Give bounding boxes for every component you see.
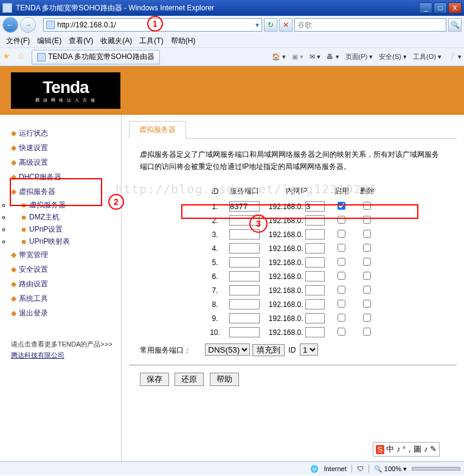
enable-checkbox[interactable] [338, 286, 345, 294]
restore-button[interactable]: 还原 [175, 373, 204, 386]
nav-back-button[interactable]: ← [2, 17, 18, 33]
menu-edit[interactable]: 编辑(E) [33, 35, 65, 47]
feeds-button[interactable]: ▣ ▾ [292, 53, 303, 61]
favorites-icon[interactable]: ★ [2, 51, 15, 63]
enable-checkbox[interactable] [338, 230, 345, 238]
enable-checkbox[interactable] [338, 300, 345, 308]
port-input[interactable] [229, 257, 260, 267]
sidebar-item[interactable]: 运行状态 [19, 129, 48, 137]
stop-button[interactable]: ✕ [279, 18, 293, 32]
help-button[interactable]: 帮助 [210, 373, 239, 386]
ip-input[interactable] [305, 229, 325, 240]
port-input[interactable] [229, 285, 260, 295]
th-id: ID [206, 184, 224, 199]
mail-button[interactable]: ✉ ▾ [310, 53, 320, 61]
sidebar-item[interactable]: 安全设置 [19, 265, 48, 274]
close-button[interactable]: X [448, 2, 462, 13]
browser-tab[interactable]: TENDA 多功能宽带SOHO路由器 [32, 50, 160, 64]
delete-checkbox[interactable] [363, 300, 371, 308]
delete-checkbox[interactable] [363, 244, 371, 252]
nav-forward-button[interactable]: → [20, 17, 36, 33]
port-input[interactable] [229, 327, 260, 337]
window-titlebar: TENDA 多功能宽带SOHO路由器 - Windows Internet Ex… [0, 0, 464, 16]
zoom-slider[interactable] [412, 467, 460, 471]
sidebar-subitem[interactable]: UPnP映射表 [29, 237, 70, 246]
page-button[interactable]: 页面(P) ▾ [345, 52, 373, 61]
tools-button[interactable]: 工具(O) ▾ [413, 52, 441, 61]
ip-input[interactable] [305, 313, 325, 323]
favorites-bar-icon[interactable]: ☆ [17, 51, 29, 63]
help-button[interactable]: ❔ ▾ [448, 53, 462, 61]
menu-fav[interactable]: 收藏夹(A) [97, 35, 136, 47]
delete-checkbox[interactable] [363, 314, 371, 322]
ip-input[interactable] [305, 299, 325, 309]
enable-checkbox[interactable] [338, 272, 345, 280]
ime-toolbar[interactable]: S中 ♪ °，圖 ♪ ✎ [373, 442, 440, 457]
enable-checkbox[interactable] [338, 258, 345, 266]
enable-checkbox[interactable] [338, 328, 345, 336]
search-input[interactable] [297, 21, 443, 29]
zone-label: Internet [324, 465, 346, 472]
menu-tools[interactable]: 工具(T) [136, 35, 167, 47]
ip-input[interactable] [305, 243, 325, 254]
ip-input[interactable] [305, 285, 325, 295]
search-button[interactable]: 🔍 [448, 18, 462, 32]
ip-input[interactable] [305, 271, 325, 281]
delete-checkbox[interactable] [363, 272, 371, 280]
common-service-row: 常用服务端口： DNS(53) 填充到 ID 1 [129, 340, 457, 360]
ip-input[interactable] [305, 327, 325, 337]
refresh-button[interactable]: ↻ [264, 18, 277, 32]
table-row: 6.192.168.0. [206, 270, 379, 283]
sidebar: ◆运行状态◆快速设置◆高级设置◆DHCP服务器◆虚拟服务器虚拟服务器DMZ主机U… [0, 115, 122, 461]
table-row: 7.192.168.0. [206, 284, 379, 297]
sidebar-item[interactable]: 系统工具 [19, 294, 48, 303]
sidebar-item[interactable]: 退出登录 [19, 309, 48, 317]
home-button[interactable]: 🏠 ▾ [272, 53, 286, 61]
url-input[interactable] [57, 21, 255, 29]
id-select[interactable]: 1 [300, 343, 318, 356]
page-content: Tenda 腾 达 网 络 让 人 方 便 ◆运行状态◆快速设置◆高级设置◆DH… [0, 66, 464, 461]
sidebar-item[interactable]: 高级设置 [19, 158, 48, 167]
company-link[interactable]: 腾达科技有限公司 [11, 351, 64, 359]
sidebar-subitem[interactable]: UPnP设置 [29, 225, 63, 233]
print-button[interactable]: 🖶 ▾ [327, 53, 339, 61]
save-button[interactable]: 保存 [140, 373, 169, 386]
delete-checkbox[interactable] [363, 286, 371, 294]
sidebar-item[interactable]: 快速设置 [19, 143, 48, 152]
menu-help[interactable]: 帮助(H) [167, 35, 199, 47]
delete-checkbox[interactable] [363, 258, 371, 266]
sidebar-item[interactable]: 路由设置 [19, 280, 48, 288]
sidebar-subitem[interactable]: DMZ主机 [29, 213, 60, 221]
table-row: 8.192.168.0. [206, 298, 379, 311]
zoom-label[interactable]: 🔍 100% ▾ [374, 465, 407, 473]
table-row: 9.192.168.0. [206, 312, 379, 325]
port-input[interactable] [229, 271, 260, 281]
status-bar: 🌐 Internet 🛡 🔍 100% ▾ [0, 461, 464, 475]
dropdown-icon[interactable]: ▾ [255, 21, 259, 29]
address-bar[interactable]: ▾ [43, 18, 262, 32]
enable-checkbox[interactable] [338, 244, 345, 252]
port-input[interactable] [229, 313, 260, 323]
protected-mode-icon: 🛡 [357, 465, 364, 472]
minimize-button[interactable]: _ [419, 2, 432, 13]
port-input[interactable] [229, 229, 260, 240]
content-tab-active[interactable]: 虚拟服务器 [129, 121, 186, 139]
maximize-button[interactable]: □ [434, 2, 447, 13]
content-tabs: 虚拟服务器 [129, 121, 457, 139]
delete-checkbox[interactable] [363, 328, 371, 336]
ip-input[interactable] [305, 257, 325, 267]
menu-view[interactable]: 查看(V) [65, 35, 97, 47]
port-input[interactable] [229, 299, 260, 309]
menubar: 文件(F) 编辑(E) 查看(V) 收藏夹(A) 工具(T) 帮助(H) [0, 34, 464, 47]
tenda-logo: Tenda 腾 达 网 络 让 人 方 便 [11, 72, 120, 109]
delete-checkbox[interactable] [363, 230, 371, 238]
fill-button[interactable]: 填充到 [252, 344, 285, 356]
safety-button[interactable]: 安全(S) ▾ [379, 52, 407, 61]
sidebar-item[interactable]: 带宽管理 [19, 250, 48, 259]
menu-file[interactable]: 文件(F) [2, 35, 33, 47]
enable-checkbox[interactable] [338, 314, 345, 322]
search-bar[interactable] [294, 18, 446, 32]
port-input[interactable] [229, 243, 260, 254]
service-select[interactable]: DNS(53) [205, 343, 250, 356]
tab-row: ★ ☆ TENDA 多功能宽带SOHO路由器 🏠 ▾ ▣ ▾ ✉ ▾ 🖶 ▾ 页… [0, 47, 464, 66]
